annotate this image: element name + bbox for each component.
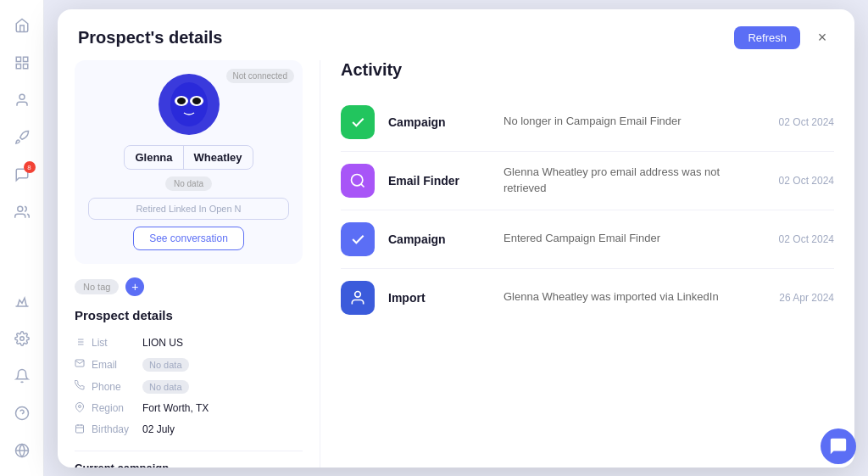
left-panel: Not connected Glenna xyxy=(58,60,320,468)
main-area: Prospect's details Refresh × Not connect… xyxy=(44,0,868,476)
activity-icon-campaign-1 xyxy=(341,105,375,139)
sidebar-item-bell[interactable] xyxy=(7,361,37,391)
svg-rect-3 xyxy=(23,64,27,69)
modal-title: Prospect's details xyxy=(78,28,222,48)
chat-bubble-button[interactable] xyxy=(821,428,856,464)
details-table: List LION US Email No data xyxy=(75,333,303,440)
activity-item-3: Campaign Entered Campaign Email Finder 0… xyxy=(341,210,834,269)
svg-rect-0 xyxy=(16,57,20,61)
activity-item-4: Import Glenna Wheatley was imported via … xyxy=(341,269,834,327)
activity-desc-2: Glenna Wheatley pro email address was no… xyxy=(504,165,744,195)
list-value[interactable]: LION US xyxy=(142,337,183,349)
detail-row-email: Email No data xyxy=(75,354,303,376)
phone-icon xyxy=(75,380,86,393)
not-connected-badge: Not connected xyxy=(226,69,295,83)
svg-point-5 xyxy=(17,206,22,211)
sidebar-item-settings[interactable] xyxy=(7,323,37,354)
add-tag-button[interactable]: + xyxy=(125,277,144,296)
current-campaign-section: Current campaign xyxy=(75,451,303,468)
region-icon xyxy=(75,402,86,415)
svg-line-28 xyxy=(361,183,364,187)
avatar xyxy=(159,74,220,135)
tag-row: No tag + xyxy=(75,277,303,296)
see-conversation-button[interactable]: See conversation xyxy=(133,227,244,250)
right-panel: Activity Campaign No longer in Campaign … xyxy=(320,60,854,468)
activity-date-4: 26 Apr 2024 xyxy=(758,292,834,304)
activity-item-2: Email Finder Glenna Wheatley pro email a… xyxy=(341,152,834,210)
activity-name-3: Campaign xyxy=(388,232,490,246)
activity-icon-email xyxy=(341,164,375,198)
activity-desc-3: Entered Campaign Email Finder xyxy=(504,231,744,246)
svg-point-15 xyxy=(192,98,201,104)
modal-body: Not connected Glenna xyxy=(58,60,854,468)
phone-value: No data xyxy=(142,380,189,394)
svg-point-14 xyxy=(177,98,186,104)
activity-icon-campaign-2 xyxy=(341,222,375,256)
svg-rect-23 xyxy=(76,425,84,433)
activity-desc-4: Glenna Wheatley was imported via LinkedI… xyxy=(504,289,744,305)
prospect-details-title: Prospect details xyxy=(75,308,303,322)
list-label: List xyxy=(92,337,142,349)
svg-point-22 xyxy=(79,405,81,407)
sidebar-item-language[interactable] xyxy=(7,435,37,466)
first-name: Glenna xyxy=(125,146,183,169)
svg-point-29 xyxy=(355,291,361,297)
svg-point-11 xyxy=(170,82,208,126)
sidebar-item-group[interactable] xyxy=(7,197,37,227)
prospect-modal: Prospect's details Refresh × Not connect… xyxy=(58,9,854,468)
current-campaign-title: Current campaign xyxy=(75,462,169,468)
activity-item-1: Campaign No longer in Campaign Email Fin… xyxy=(341,93,834,152)
detail-row-birthday: Birthday 02 July xyxy=(75,419,303,440)
svg-rect-2 xyxy=(16,64,20,69)
email-icon xyxy=(75,358,86,371)
activity-list: Campaign No longer in Campaign Email Fin… xyxy=(341,93,834,327)
profile-card: Not connected Glenna xyxy=(75,60,303,264)
activity-desc-1: No longer in Campaign Email Finder xyxy=(504,114,744,129)
message-badge: 8 xyxy=(24,161,36,173)
sidebar-item-help[interactable] xyxy=(7,398,37,428)
svg-point-4 xyxy=(19,94,25,99)
modal-header-right: Refresh × xyxy=(734,26,834,50)
close-button[interactable]: × xyxy=(810,26,834,50)
phone-label: Phone xyxy=(92,381,142,393)
activity-icon-import xyxy=(341,281,375,315)
svg-rect-1 xyxy=(23,57,27,61)
activity-date-1: 02 Oct 2024 xyxy=(758,116,834,128)
sidebar-item-messages[interactable]: 8 xyxy=(7,160,37,190)
activity-title: Activity xyxy=(341,60,834,80)
detail-row-list: List LION US xyxy=(75,333,303,354)
activity-name-1: Campaign xyxy=(388,115,490,129)
activity-date-2: 02 Oct 2024 xyxy=(758,175,834,187)
refresh-button[interactable]: Refresh xyxy=(734,26,800,49)
name-row: Glenna Wheatley xyxy=(124,145,253,170)
region-label: Region xyxy=(92,402,142,414)
detail-row-region: Region Fort Worth, TX xyxy=(75,398,303,419)
birthday-label: Birthday xyxy=(92,423,142,435)
sidebar-item-dashboard[interactable] xyxy=(7,48,37,78)
activity-date-3: 02 Oct 2024 xyxy=(758,233,834,245)
modal-header: Prospect's details Refresh × xyxy=(58,9,854,60)
birthday-icon xyxy=(75,423,86,436)
svg-point-27 xyxy=(352,174,363,185)
region-value: Fort Worth, TX xyxy=(142,402,209,414)
linkedin-field[interactable]: Retired Linked In Open N xyxy=(88,198,289,220)
sidebar-item-rocket[interactable] xyxy=(7,122,37,153)
no-data-badge: No data xyxy=(165,176,212,191)
email-label: Email xyxy=(92,359,142,371)
sidebar-item-home[interactable] xyxy=(7,10,37,41)
no-tag-label: No tag xyxy=(75,279,119,294)
email-value: No data xyxy=(142,358,189,372)
last-name: Wheatley xyxy=(184,146,253,169)
detail-row-phone: Phone No data xyxy=(75,376,303,398)
sidebar: 8 xyxy=(0,0,44,476)
sidebar-item-users[interactable] xyxy=(7,85,37,115)
activity-name-4: Import xyxy=(388,291,490,305)
activity-name-2: Email Finder xyxy=(388,174,490,188)
birthday-value: 02 July xyxy=(142,423,175,435)
list-icon xyxy=(75,337,86,350)
sidebar-item-crown[interactable] xyxy=(7,286,37,316)
svg-point-6 xyxy=(19,337,24,341)
